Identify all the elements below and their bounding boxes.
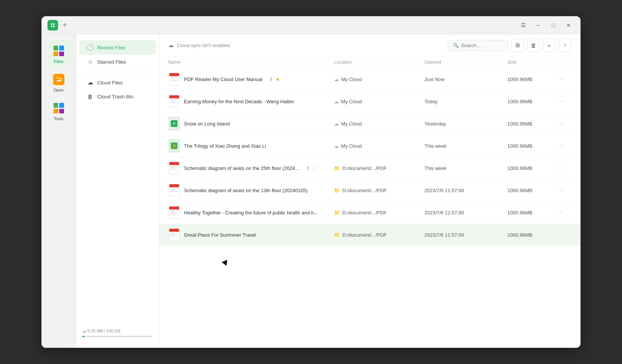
size-cell: 1000.96MB: [507, 210, 556, 216]
sidebar-item-tools[interactable]: Tools: [45, 98, 72, 125]
cloud-sync-icon: ☁: [168, 42, 174, 49]
folder-location-icon: 📁: [334, 232, 340, 238]
table-row[interactable]: Schematic diagram of seats on the 13th f…: [159, 179, 581, 202]
location-cell: 📁 D:/document/.../PDF: [334, 232, 424, 238]
opened-cell: Yesterday: [424, 121, 507, 127]
opened-cell: This week: [424, 143, 507, 149]
open-icon: [52, 73, 66, 86]
nav-item-starred-files[interactable]: ☆ Starred Files: [79, 55, 156, 69]
table-header: Name Location Opened Size: [159, 57, 581, 68]
nav-recent-files-label: Recent Files: [97, 45, 126, 50]
cloud-location-icon: ☁: [334, 121, 339, 127]
file-name-cell: Schematic diagram of seats on the 25th f…: [168, 161, 334, 175]
file-title: Earning Money for the Next Decade - Wang…: [184, 99, 294, 104]
file-title: Schematic diagram of seats on the 25th f…: [184, 165, 299, 171]
storage-section: ☁ 0.20 MB / 100 GB: [76, 324, 159, 342]
location-text: My Cloud: [341, 76, 362, 82]
search-box[interactable]: 🔍: [448, 40, 508, 51]
table-row[interactable]: Schematic diagram of seats on the 25th f…: [159, 157, 581, 179]
more-options-button[interactable]: ···: [556, 141, 565, 150]
location-cell: 📁 D:/document/.../PDF: [334, 210, 424, 216]
location-cell: 📁 D:/document/.../PDF: [334, 188, 424, 193]
file-name-cell: Healthy Together - Creating the future o…: [168, 205, 334, 220]
location-text: D:/document/.../PDF: [342, 188, 387, 193]
col-name: Name: [168, 60, 334, 65]
add-icon: +: [548, 42, 551, 49]
location-text: D:/document/.../PDF: [342, 210, 387, 216]
file-title: Great Place For Sunmmer Travel: [184, 232, 256, 238]
nav-panel: 🕐 Recent Files ☆ Starred Files ☁ Cloud F…: [76, 34, 159, 348]
size-cell: 1000.96MB: [507, 165, 556, 171]
opened-cell: 2023/7/6 11:57:00: [424, 232, 507, 238]
more-options-button[interactable]: ···: [556, 208, 565, 217]
search-input[interactable]: [461, 43, 503, 48]
table-row[interactable]: Healthy Together - Creating the future o…: [159, 202, 581, 224]
opened-cell: Today: [424, 99, 507, 104]
cloud-location-icon: ☁: [334, 143, 339, 149]
sidebar-item-files[interactable]: Files: [45, 40, 72, 67]
table-row[interactable]: 🔒 The Trilogy of Xiao Zhang and Xiao Li …: [159, 135, 581, 157]
more-options-button[interactable]: ···: [556, 75, 565, 84]
toolbar: ☁ Cloud sync isn't enabled 🔍 ⊞ 🗑: [159, 34, 581, 57]
size-cell: 1000.96MB: [507, 232, 556, 238]
col-location: Location: [334, 60, 424, 65]
location-cell: ☁ My Cloud: [334, 143, 424, 149]
content-area: ☁ Cloud sync isn't enabled 🔍 ⊞ 🗑: [159, 34, 581, 348]
tools-icon: [52, 101, 66, 115]
more-options-button[interactable]: ···: [556, 186, 565, 195]
pin-icon[interactable]: ⬆: [269, 76, 273, 82]
cloud-location-icon: ☁: [334, 99, 339, 104]
sidebar: Files Open: [41, 34, 76, 348]
location-text: My Cloud: [341, 143, 362, 149]
nav-item-cloud-trash[interactable]: 🗑 Cloud Trash Bin: [79, 90, 156, 104]
folder-location-icon: 📁: [334, 188, 340, 193]
upload-button[interactable]: ↑: [559, 39, 571, 52]
nav-item-cloud-files[interactable]: ☁ Cloud Files: [79, 75, 156, 90]
file-name-cell: P Snow on Long Island: [168, 116, 334, 131]
col-opened: Opened: [424, 60, 507, 65]
pin-icon[interactable]: ⬆: [306, 165, 310, 171]
folder-location-icon: 📁: [334, 210, 340, 216]
nav-starred-files-label: Starred Files: [97, 59, 126, 65]
star-icon[interactable]: ☆: [313, 165, 317, 171]
trash-button[interactable]: 🗑: [527, 39, 540, 52]
opened-cell: 2023/7/6 11:57:00: [424, 188, 507, 193]
file-icon: 🔒: [168, 139, 180, 153]
more-options-button[interactable]: ···: [556, 97, 565, 106]
title-bar: + ☰ ─ □ ✕: [41, 16, 581, 34]
nav-divider: [82, 72, 153, 72]
col-size: Size: [507, 60, 556, 65]
new-tab-button[interactable]: +: [63, 21, 67, 29]
location-text: D:/document/.../PDF: [342, 165, 387, 171]
table-row[interactable]: PDF Reader My Cloud User Manual ⬆ ★ ☁ My…: [159, 68, 581, 90]
sidebar-open-label: Open: [54, 88, 64, 92]
file-name-cell: 🔒 The Trilogy of Xiao Zhang and Xiao Li: [168, 139, 334, 153]
cloud-sync-label: Cloud sync isn't enabled: [177, 43, 230, 48]
nav-item-recent-files[interactable]: 🕐 Recent Files: [79, 40, 156, 55]
location-cell: ☁ My Cloud: [334, 121, 424, 127]
app-logo: [47, 20, 58, 31]
file-name-cell: PDF Reader My Cloud User Manual ⬆ ★: [168, 72, 334, 86]
more-options-button[interactable]: ···: [556, 119, 565, 128]
file-icon: [168, 228, 180, 242]
table-row[interactable]: Great Place For Sunmmer Travel 📁 D:/docu…: [159, 224, 581, 246]
size-cell: 1000.96MB: [507, 76, 556, 82]
opened-cell: 2023/7/6 11:57:00: [424, 210, 507, 216]
more-options-button[interactable]: ···: [556, 164, 565, 173]
close-button[interactable]: ✕: [562, 19, 575, 31]
more-options-button[interactable]: ···: [556, 230, 565, 239]
sidebar-item-open[interactable]: Open: [45, 69, 72, 96]
table-row[interactable]: Earning Money for the Next Decade - Wang…: [159, 90, 581, 113]
location-cell: ☁ My Cloud: [334, 99, 424, 104]
file-icon: [168, 183, 180, 197]
sidebar-tools-label: Tools: [54, 116, 64, 121]
search-icon: 🔍: [453, 43, 459, 48]
menu-button[interactable]: ☰: [517, 19, 529, 31]
maximize-button[interactable]: □: [547, 19, 559, 31]
view-grid-button[interactable]: ⊞: [511, 39, 524, 52]
size-cell: 1000.96MB: [507, 188, 556, 193]
table-row[interactable]: P Snow on Long Island ☁ My Cloud Yesterd…: [159, 113, 581, 135]
minimize-button[interactable]: ─: [532, 19, 544, 31]
star-icon[interactable]: ★: [276, 76, 280, 82]
add-file-button[interactable]: +: [543, 39, 556, 52]
